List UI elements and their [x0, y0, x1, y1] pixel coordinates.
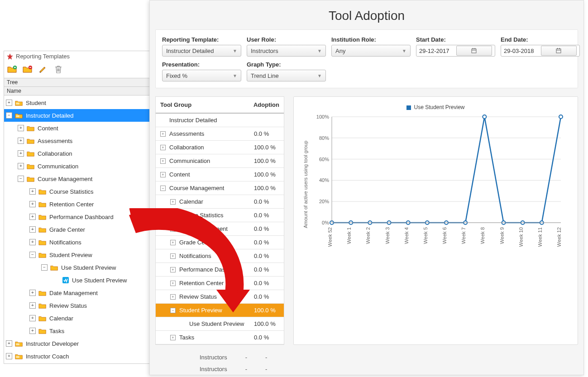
x-tick: Week 11 [537, 227, 543, 247]
tool-name: Content [169, 171, 254, 178]
adoption-row[interactable]: −Course Management100.0 % [156, 181, 284, 195]
adoption-value: 0.0 % [254, 334, 279, 341]
expand-toggle[interactable]: + [29, 302, 36, 309]
tree-item[interactable]: +Content [4, 122, 150, 134]
tree-item[interactable]: +Notifications [4, 236, 150, 248]
start-date-input[interactable]: 29-12-2017 [416, 45, 495, 57]
expand-toggle[interactable]: + [170, 281, 176, 286]
footer-row: Instructors-- [150, 351, 583, 363]
role-select[interactable]: Instructors▼ [247, 45, 326, 57]
expand-toggle[interactable]: + [160, 131, 166, 137]
tree-item[interactable]: +Tasks [4, 325, 150, 337]
tree-item[interactable]: +Grade Center [4, 223, 150, 236]
adoption-row[interactable]: +Communication100.0 % [156, 154, 284, 168]
expand-toggle[interactable]: + [6, 353, 12, 359]
tree-item[interactable]: +Instructor Coach [4, 350, 150, 363]
expand-toggle[interactable]: + [170, 240, 176, 245]
tree-item-label: Instructor Detailed [26, 112, 74, 119]
expand-toggle[interactable]: + [29, 328, 36, 334]
x-tick: Week 8 [480, 227, 485, 244]
tree-item[interactable]: +Collaboration [4, 147, 150, 160]
expand-toggle[interactable]: + [170, 226, 176, 232]
expand-toggle[interactable]: − [170, 308, 176, 313]
adoption-row[interactable]: +Review Status0.0 % [156, 290, 284, 304]
expand-toggle[interactable]: + [170, 199, 176, 205]
end-date-input[interactable]: 29-03-2018 [501, 45, 580, 57]
tree-item[interactable]: −Student Preview [4, 248, 150, 261]
expand-toggle[interactable]: + [29, 315, 36, 321]
expand-toggle[interactable]: + [18, 150, 24, 157]
tree-item[interactable]: +Student [4, 96, 150, 109]
expand-toggle[interactable]: + [170, 335, 176, 340]
expand-toggle[interactable]: + [29, 214, 36, 220]
tree-item[interactable]: +Course Statistics [4, 185, 150, 198]
tree-item[interactable]: +Retention Center [4, 198, 150, 210]
adoption-row[interactable]: +Retention Center0.0 % [156, 277, 284, 290]
calendar-icon[interactable] [456, 46, 492, 56]
adoption-row[interactable]: +Assessments0.0 % [156, 127, 284, 141]
tree-item[interactable]: −Use Student Preview [4, 261, 150, 274]
adoption-row[interactable]: −Student Preview100.0 % [156, 304, 284, 317]
adoption-row[interactable]: Instructor Detailed [156, 114, 284, 127]
tree-item[interactable]: +Date Management [4, 286, 150, 299]
expand-toggle[interactable]: + [29, 201, 36, 207]
adoption-value: 0.0 % [254, 198, 279, 205]
adoption-row[interactable]: Use Student Preview100.0 % [156, 317, 284, 331]
new-folder-button[interactable] [7, 64, 18, 74]
graph-type-select[interactable]: Trend Line▼ [247, 70, 326, 81]
svg-rect-13 [559, 48, 560, 49]
adoption-row[interactable]: +Date Management0.0 % [156, 222, 284, 236]
calendar-icon[interactable] [541, 46, 577, 56]
tree-item[interactable]: +Calendar [4, 312, 150, 325]
adoption-row[interactable]: +Grade Center0.0 % [156, 236, 284, 249]
expand-toggle[interactable]: + [18, 163, 24, 169]
expand-toggle[interactable]: + [170, 294, 176, 300]
expand-toggle[interactable]: − [41, 264, 48, 271]
adoption-row[interactable]: +Content100.0 % [156, 168, 284, 181]
expand-toggle[interactable]: + [160, 145, 166, 150]
expand-toggle[interactable]: + [29, 188, 36, 195]
expand-toggle[interactable]: + [29, 239, 36, 245]
template-label: Reporting Template: [162, 36, 241, 43]
remove-folder-button[interactable] [22, 64, 33, 74]
expand-toggle[interactable]: + [29, 226, 36, 233]
tree-item[interactable]: −Course Management [4, 172, 150, 185]
expand-toggle[interactable]: − [6, 112, 12, 119]
expand-toggle[interactable]: + [18, 125, 24, 131]
adoption-value: 100.0 % [254, 320, 279, 327]
expand-toggle[interactable]: + [160, 172, 166, 177]
adoption-row[interactable]: +Course Statistics0.0 % [156, 209, 284, 222]
expand-toggle[interactable]: + [6, 340, 12, 347]
expand-toggle[interactable]: − [160, 186, 166, 191]
x-tick: Week 9 [499, 227, 505, 244]
expand-toggle[interactable]: + [170, 253, 176, 259]
template-select[interactable]: Instructor Detailed▼ [162, 45, 241, 57]
adoption-row[interactable]: +Collaboration100.0 % [156, 141, 284, 154]
expand-toggle[interactable]: + [170, 267, 176, 272]
expand-toggle[interactable]: − [29, 252, 36, 258]
adoption-row[interactable]: +Calendar0.0 % [156, 195, 284, 209]
delete-button[interactable] [53, 64, 64, 74]
expand-toggle[interactable]: + [160, 158, 166, 164]
tree-item[interactable]: +Performance Dashboard [4, 210, 150, 223]
templates-icon [7, 53, 13, 60]
adoption-value: 0.0 % [254, 253, 279, 259]
adoption-row[interactable]: +Tasks0.0 % [156, 331, 284, 344]
tree-item[interactable]: +Assessments [4, 134, 150, 147]
tree-item[interactable]: +Communication [4, 160, 150, 172]
tree-item[interactable]: +Review Status [4, 299, 150, 312]
presentation-select[interactable]: Fixed %▼ [162, 70, 241, 81]
tree-item[interactable]: +Instructor Developer [4, 337, 150, 350]
edit-button[interactable] [38, 64, 48, 74]
expand-toggle[interactable]: + [18, 138, 24, 144]
expand-toggle[interactable]: + [6, 100, 12, 106]
tree-title-text: Reporting Templates [16, 53, 70, 60]
expand-toggle[interactable]: − [18, 176, 24, 182]
tree-item[interactable]: Use Student Preview [4, 274, 150, 286]
expand-toggle[interactable]: + [29, 290, 36, 296]
adoption-row[interactable]: +Performance Dashbo…0.0 % [156, 263, 284, 277]
tree-item[interactable]: −Instructor Detailed [4, 109, 150, 122]
inst-role-select[interactable]: Any▼ [331, 45, 411, 57]
expand-toggle[interactable]: + [170, 213, 176, 218]
adoption-row[interactable]: +Notifications0.0 % [156, 249, 284, 263]
